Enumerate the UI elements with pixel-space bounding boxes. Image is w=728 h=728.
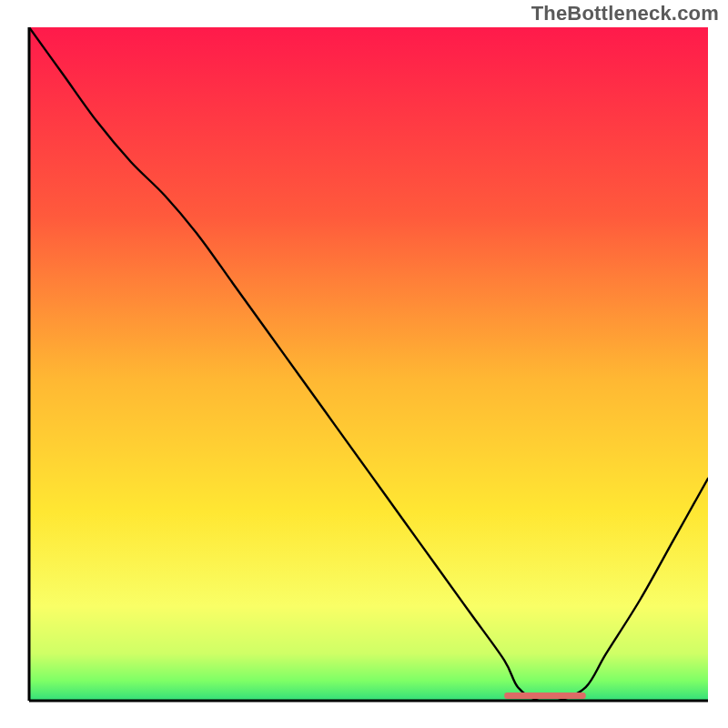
- floor-marker: [504, 693, 586, 699]
- bottleneck-chart: [0, 0, 728, 728]
- plot-background: [29, 27, 708, 701]
- watermark-label: TheBottleneck.com: [531, 2, 719, 25]
- chart-stage: TheBottleneck.com: [0, 0, 728, 728]
